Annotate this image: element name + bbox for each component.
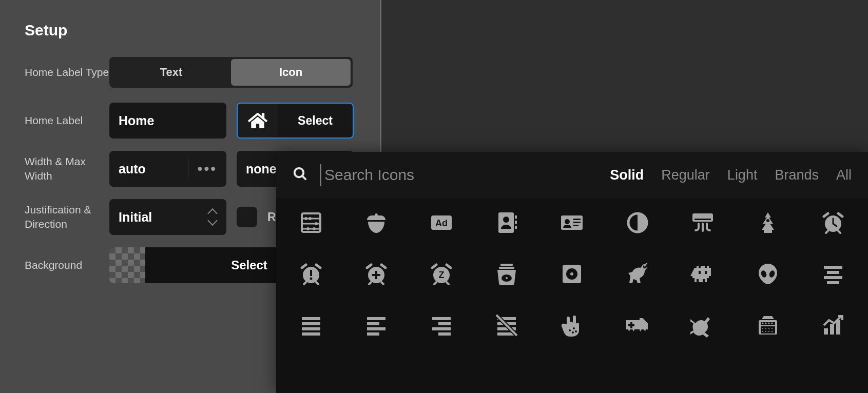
- svg-point-88: [771, 328, 773, 329]
- svg-point-85: [762, 328, 763, 329]
- width-more-icon[interactable]: •••: [188, 159, 217, 179]
- alarm-exclamation-icon[interactable]: [297, 260, 325, 288]
- svg-point-90: [765, 331, 766, 332]
- svg-rect-59: [367, 332, 379, 336]
- width-input[interactable]: auto •••: [109, 151, 226, 187]
- svg-point-87: [768, 328, 769, 329]
- svg-point-73: [575, 330, 577, 332]
- svg-rect-21: [573, 222, 581, 223]
- alien-icon[interactable]: [754, 260, 782, 288]
- alien-monster-icon[interactable]: [688, 260, 717, 288]
- svg-rect-93: [824, 328, 828, 335]
- transparency-swatch-icon: [109, 247, 145, 283]
- toggle-option-text[interactable]: Text: [111, 59, 231, 86]
- filter-solid[interactable]: Solid: [610, 167, 644, 183]
- width-value: auto: [119, 162, 146, 176]
- align-justify-icon[interactable]: [297, 311, 325, 340]
- home-label-input[interactable]: Home: [109, 103, 226, 139]
- alarm-plus-icon[interactable]: [362, 260, 391, 288]
- home-icon-select-button[interactable]: Select: [237, 103, 354, 139]
- svg-point-81: [765, 323, 767, 324]
- svg-point-0: [295, 168, 304, 178]
- address-card-icon[interactable]: [557, 208, 586, 237]
- svg-rect-55: [302, 332, 320, 336]
- svg-line-1: [302, 176, 306, 180]
- svg-point-92: [771, 331, 773, 332]
- row-home-label: Home Label Home Select: [25, 103, 355, 139]
- row-home-label-type: Home Label Type Text Icon: [25, 54, 355, 90]
- svg-rect-17: [515, 226, 517, 229]
- filter-regular[interactable]: Regular: [661, 167, 710, 183]
- alarm-clock-icon[interactable]: [819, 208, 847, 237]
- amp-guitar-icon[interactable]: [754, 311, 782, 340]
- svg-point-43: [570, 272, 573, 276]
- svg-rect-62: [432, 327, 451, 330]
- svg-point-14: [503, 217, 509, 223]
- svg-rect-60: [432, 317, 451, 320]
- adjust-icon[interactable]: [623, 208, 652, 237]
- svg-rect-24: [692, 213, 713, 222]
- icon-style-filters: Solid Regular Light Brands All: [610, 167, 852, 183]
- album-collection-icon[interactable]: [492, 260, 521, 288]
- label-background: Background: [25, 258, 109, 272]
- svg-point-27: [766, 219, 769, 222]
- svg-point-70: [569, 329, 571, 331]
- svg-rect-38: [499, 267, 514, 269]
- svg-point-8: [315, 222, 318, 225]
- label-home-label-type: Home Label Type: [25, 65, 109, 80]
- ambulance-icon[interactable]: [623, 311, 652, 340]
- air-conditioner-icon[interactable]: [688, 208, 717, 237]
- toggle-option-icon[interactable]: Icon: [231, 59, 351, 86]
- svg-rect-26: [764, 230, 772, 233]
- svg-rect-58: [367, 327, 385, 330]
- label-width-max: Width & Max Width: [25, 154, 109, 184]
- svg-point-31: [310, 278, 312, 280]
- filter-brands[interactable]: Brands: [775, 167, 819, 183]
- filter-all[interactable]: All: [836, 167, 852, 183]
- svg-point-83: [771, 323, 773, 324]
- icon-picker-popover: Solid Regular Light Brands All Ad Z: [276, 152, 868, 393]
- reverse-direction-label: R: [267, 210, 276, 224]
- icon-grid: Ad Z: [276, 198, 868, 393]
- panel-title: Setup: [25, 22, 355, 39]
- filter-light[interactable]: Light: [727, 167, 758, 183]
- reverse-direction-checkbox[interactable]: [237, 207, 257, 227]
- align-slash-icon[interactable]: [492, 311, 521, 340]
- svg-rect-54: [302, 327, 320, 330]
- svg-rect-52: [302, 317, 320, 320]
- svg-rect-34: [372, 274, 380, 276]
- align-right-icon[interactable]: [427, 311, 456, 340]
- svg-point-75: [641, 329, 645, 333]
- address-book-icon[interactable]: [492, 208, 521, 237]
- label-home-label: Home Label: [25, 113, 109, 128]
- svg-point-19: [565, 219, 570, 224]
- alicorn-icon[interactable]: [623, 260, 652, 288]
- align-center-icon[interactable]: [819, 260, 847, 288]
- ad-icon[interactable]: Ad: [427, 208, 456, 237]
- svg-rect-63: [438, 332, 451, 336]
- album-icon[interactable]: [557, 260, 586, 288]
- allergies-icon[interactable]: [557, 311, 586, 340]
- align-left-icon[interactable]: [362, 311, 391, 340]
- svg-point-9: [306, 227, 310, 230]
- alarm-snooze-icon[interactable]: Z: [427, 260, 456, 288]
- svg-rect-95: [836, 320, 840, 335]
- svg-rect-53: [302, 322, 320, 325]
- search-icon: [293, 166, 308, 184]
- svg-rect-30: [310, 270, 312, 276]
- analytics-icon[interactable]: [819, 311, 847, 340]
- abacus-icon[interactable]: [297, 208, 325, 237]
- air-freshener-icon[interactable]: [754, 208, 782, 237]
- svg-rect-44: [699, 271, 701, 274]
- acorn-icon[interactable]: [362, 208, 391, 237]
- icon-search-input[interactable]: [320, 164, 551, 186]
- asl-interpreting-icon[interactable]: [688, 311, 717, 340]
- icon-picker-toolbar: Solid Regular Light Brands All: [276, 152, 868, 198]
- justification-select[interactable]: Initial: [109, 199, 226, 235]
- svg-text:Ad: Ad: [435, 218, 448, 228]
- svg-rect-77: [628, 324, 634, 326]
- svg-rect-15: [515, 215, 517, 219]
- svg-rect-16: [515, 221, 517, 224]
- home-label-type-toggle[interactable]: Text Icon: [109, 57, 353, 88]
- svg-point-6: [304, 217, 307, 220]
